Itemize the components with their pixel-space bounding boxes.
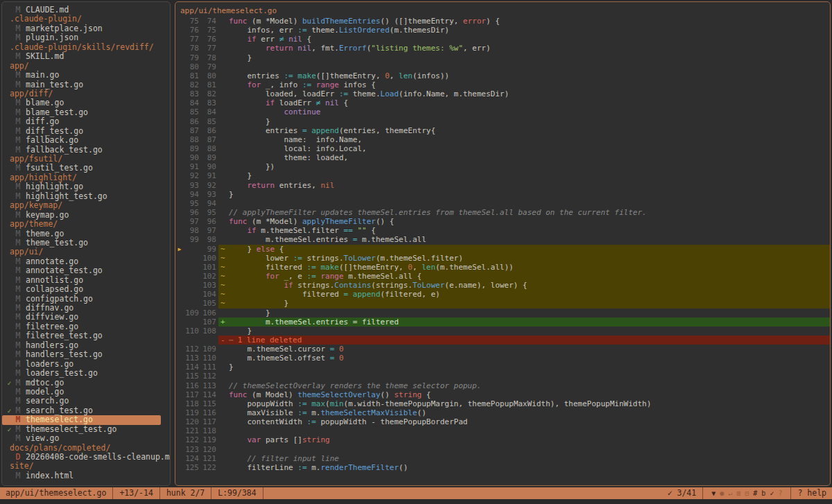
file-tree-dir[interactable]: .claude-plugin/ xyxy=(2,15,170,24)
file-name: fsutil_test.go xyxy=(26,164,93,173)
code-text: m.themeSel.offset = 0 xyxy=(229,354,830,363)
file-tree-item[interactable]: Mdiff.go xyxy=(2,117,170,126)
file-tree-item[interactable]: ✓Mthemeselect_test.go xyxy=(2,425,170,434)
file-tree-item[interactable]: Mloaders_test.go xyxy=(2,369,170,378)
new-line-number: 92 xyxy=(201,181,216,190)
blame-icon: b xyxy=(761,487,765,499)
file-tree-item[interactable]: Mconfigpatch.go xyxy=(2,295,170,304)
file-tree-item[interactable]: Mhandlers.go xyxy=(2,341,170,350)
code-text xyxy=(229,62,830,71)
old-line-number: 94 xyxy=(184,190,199,199)
diff-line-context: 7574func (m *Model) buildThemeEntries() … xyxy=(175,17,830,26)
old-line-number: 78 xyxy=(184,44,199,53)
file-tree-item[interactable]: Msearch.go xyxy=(2,397,170,406)
gutter-arrow-slot xyxy=(175,327,184,336)
file-tree-item[interactable]: Mmodel.go xyxy=(2,388,170,397)
file-tree-item[interactable]: Mtheme_test.go xyxy=(2,238,170,247)
file-tree-item[interactable]: ✓Msearch_test.go xyxy=(2,406,170,415)
file-tree-item[interactable]: Mdiffnav.go xyxy=(2,304,170,313)
diff-line-context: 123120 xyxy=(175,445,830,454)
file-tree-item[interactable]: Mfsutil_test.go xyxy=(2,164,170,173)
dir-label: .claude-plugin/ xyxy=(10,15,82,24)
change-marker xyxy=(218,26,229,35)
change-marker xyxy=(218,226,229,235)
file-tree-dir[interactable]: app/ xyxy=(2,62,170,71)
file-tree-item[interactable]: Mhighlight.go xyxy=(2,182,170,191)
diff-panel: app/ui/themeselect.go 7574func (m *Model… xyxy=(175,1,831,486)
file-tree-item[interactable]: Mdiff_test.go xyxy=(2,127,170,136)
new-line-number: 98 xyxy=(201,235,216,244)
file-name: keymap.go xyxy=(26,211,69,220)
file-tree-item[interactable]: Mdiffview.go xyxy=(2,313,170,322)
code-text: contentWidth := popupWidth - themePopupB… xyxy=(229,417,830,426)
new-line-number: 110 xyxy=(201,354,216,363)
file-tree-item[interactable]: Mloaders.go xyxy=(2,360,170,369)
code-text: func (m *Model) buildThemeEntries() ([]t… xyxy=(229,17,830,26)
change-marker xyxy=(218,135,229,144)
file-tree-item[interactable]: Mcollapsed.go xyxy=(2,285,170,294)
git-status-marker: M xyxy=(14,285,22,294)
file-tree-item[interactable]: Mfiletree.go xyxy=(2,322,170,331)
old-line-number xyxy=(184,263,199,272)
diff-line-context: 8281 for _, info := range infos { xyxy=(175,80,830,89)
file-tree-dir[interactable]: app/keymap/ xyxy=(2,201,170,210)
file-tree-item[interactable]: Mplugin.json xyxy=(2,33,170,42)
file-tree-item[interactable]: Mmain_test.go xyxy=(2,80,170,89)
file-tree-item[interactable]: Mannotate_test.go xyxy=(2,266,170,275)
old-line-number: 75 xyxy=(184,17,199,26)
file-tree-item[interactable]: Mmarketplace.json xyxy=(2,24,170,33)
help-hint[interactable]: ? help xyxy=(791,487,826,499)
file-tree-item[interactable]: Mkeymap.go xyxy=(2,211,170,220)
file-name: collapsed.go xyxy=(26,285,83,294)
diff-line-context: 116113// themeSelectOverlay renders the … xyxy=(175,381,830,390)
new-line-number: 115 xyxy=(201,399,216,408)
file-tree-item[interactable]: Mview.go xyxy=(2,434,170,443)
git-status-marker: M xyxy=(14,257,22,266)
file-tree-item[interactable]: Mmain.go xyxy=(2,71,170,80)
new-line-number: 90 xyxy=(201,162,216,171)
file-tree-dir[interactable]: docs/plans/completed/ xyxy=(2,444,170,453)
git-status-marker: M xyxy=(14,6,22,15)
file-name: marketplace.json xyxy=(26,24,103,33)
file-tree-item[interactable]: Mthemeselect.go xyxy=(2,415,161,424)
change-marker: ~ xyxy=(218,281,229,290)
new-line-number: 102 xyxy=(201,272,216,281)
file-tree-item[interactable]: ✓Mmdtoc.go xyxy=(2,379,170,388)
gutter-arrow-slot xyxy=(175,153,184,162)
file-tree-item[interactable]: Mfiletree_test.go xyxy=(2,331,170,340)
file-tree-item[interactable]: Mfallback_test.go xyxy=(2,146,170,155)
file-tree-dir[interactable]: app/theme/ xyxy=(2,220,170,229)
new-line-number: 118 xyxy=(201,426,216,435)
file-tree-dir[interactable]: site/ xyxy=(2,462,170,471)
file-tree-item[interactable]: Mindex.html xyxy=(2,471,170,480)
diff-line-context: 9190 }) xyxy=(175,162,830,171)
file-tree-item[interactable]: MCLAUDE.md xyxy=(2,6,170,15)
file-name: handlers_test.go xyxy=(26,350,103,359)
new-line-number: 119 xyxy=(201,435,216,444)
diff-line-context: 8786 entries = append(entries, themeEntr… xyxy=(175,126,830,135)
code-text: m.themeSel.entries = m.themeSel.all xyxy=(229,235,830,244)
reviewed-check-icon: ✓ xyxy=(5,406,14,415)
file-tree-item[interactable]: MSKILL.md xyxy=(2,52,170,61)
diff-line-context: 7675 infos, err := theme.ListOrdered(m.t… xyxy=(175,26,830,35)
file-tree-item[interactable]: Mfallback.go xyxy=(2,136,170,145)
file-tree-item[interactable]: Mtheme.go xyxy=(2,229,170,238)
file-tree-item[interactable]: Mblame_test.go xyxy=(2,108,170,117)
file-tree-item[interactable]: D20260408-code-smells-cleanup.md xyxy=(2,453,170,462)
file-tree-dir[interactable]: app/fsutil/ xyxy=(2,155,170,164)
file-name: fallback.go xyxy=(26,136,78,145)
code-text: // filter input line xyxy=(229,454,830,463)
git-status-marker: M xyxy=(14,71,22,80)
gutter-arrow-slot xyxy=(175,44,184,53)
file-name: search.go xyxy=(26,397,69,406)
file-tree-dir[interactable]: app/ui/ xyxy=(2,247,170,257)
deleted-lines-band: -⋯1 line deleted xyxy=(175,336,830,345)
file-tree-item[interactable]: Mannotlist.go xyxy=(2,276,170,285)
file-tree-dir[interactable]: app/highlight/ xyxy=(2,173,170,182)
file-tree-item[interactable]: Mannotate.go xyxy=(2,257,170,266)
file-tree-item[interactable]: Mblame.go xyxy=(2,98,170,107)
file-tree-item[interactable]: Mhighlight_test.go xyxy=(2,192,170,201)
file-tree-dir[interactable]: app/diff/ xyxy=(2,89,170,98)
file-tree-item[interactable]: Mhandlers_test.go xyxy=(2,350,170,359)
file-tree-dir[interactable]: .claude-plugin/skills/revdiff/ xyxy=(2,43,170,52)
